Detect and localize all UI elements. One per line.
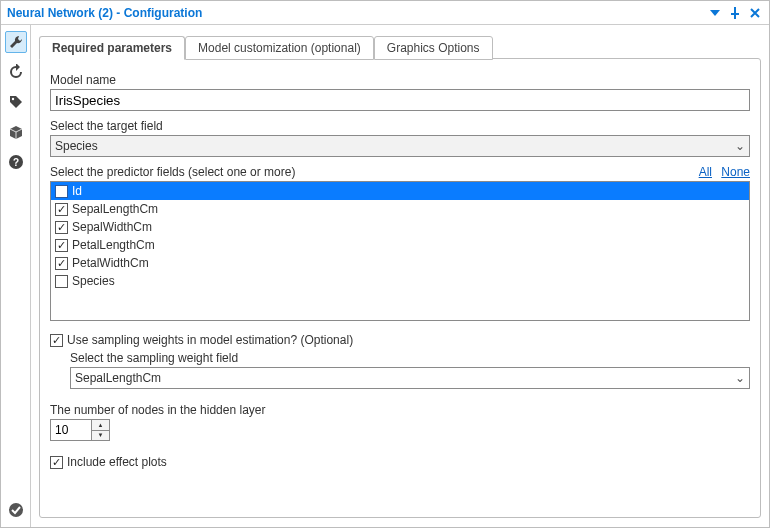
checkbox[interactable] xyxy=(55,257,68,270)
sidebar-wrench-icon[interactable] xyxy=(5,31,27,53)
checkbox[interactable] xyxy=(55,203,68,216)
checkbox[interactable] xyxy=(55,275,68,288)
list-item-label: PetalLengthCm xyxy=(72,238,155,252)
model-name-input[interactable] xyxy=(50,89,750,111)
spinner-down-icon[interactable]: ▼ xyxy=(92,431,109,441)
list-item[interactable]: Id xyxy=(51,182,749,200)
checkbox[interactable] xyxy=(55,185,68,198)
model-name-label: Model name xyxy=(50,73,750,87)
list-item[interactable]: Species xyxy=(51,272,749,290)
list-item[interactable]: PetalWidthCm xyxy=(51,254,749,272)
window-title: Neural Network (2) - Configuration xyxy=(7,6,703,20)
dropdown-icon[interactable] xyxy=(707,5,723,21)
svg-text:?: ? xyxy=(12,157,18,168)
hidden-nodes-label: The number of nodes in the hidden layer xyxy=(50,403,750,417)
sidebar-tag-icon[interactable] xyxy=(5,91,27,113)
chevron-down-icon: ⌄ xyxy=(735,371,745,385)
predictors-label: Select the predictor fields (select one … xyxy=(50,165,295,179)
sidebar-box-icon[interactable] xyxy=(5,121,27,143)
predictors-listbox[interactable]: Id SepalLengthCm SepalWidthCm PetalLengt… xyxy=(50,181,750,321)
list-item[interactable]: SepalWidthCm xyxy=(51,218,749,236)
list-item-label: PetalWidthCm xyxy=(72,256,149,270)
sampling-field-select[interactable]: SepalLengthCm ⌄ xyxy=(70,367,750,389)
tab-required-parameters[interactable]: Required parameters xyxy=(39,36,185,60)
spinner-up-icon[interactable]: ▲ xyxy=(92,420,109,431)
list-item-label: Species xyxy=(72,274,115,288)
close-icon[interactable] xyxy=(747,5,763,21)
list-item[interactable]: PetalLengthCm xyxy=(51,236,749,254)
pin-icon[interactable] xyxy=(727,5,743,21)
svg-point-4 xyxy=(9,503,23,517)
list-item-label: SepalLengthCm xyxy=(72,202,158,216)
target-field-select[interactable]: Species ⌄ xyxy=(50,135,750,157)
tab-strip: Required parameters Model customization … xyxy=(39,33,761,59)
sampling-weights-label: Use sampling weights in model estimation… xyxy=(67,333,353,347)
chevron-down-icon: ⌄ xyxy=(735,139,745,153)
effect-plots-checkbox[interactable] xyxy=(50,456,63,469)
sidebar-checkmark-icon[interactable] xyxy=(5,499,27,521)
list-item-label: Id xyxy=(72,184,82,198)
tab-model-customization[interactable]: Model customization (optional) xyxy=(185,36,374,60)
sidebar-refresh-icon[interactable] xyxy=(5,61,27,83)
sampling-field-value: SepalLengthCm xyxy=(75,371,161,385)
effect-plots-checkbox-row[interactable]: Include effect plots xyxy=(50,455,750,469)
target-field-value: Species xyxy=(55,139,98,153)
sampling-field-label: Select the sampling weight field xyxy=(70,351,750,365)
left-toolbar: ? xyxy=(1,25,31,527)
effect-plots-label: Include effect plots xyxy=(67,455,167,469)
list-item[interactable]: SepalLengthCm xyxy=(51,200,749,218)
sampling-weights-checkbox-row[interactable]: Use sampling weights in model estimation… xyxy=(50,333,750,347)
hidden-nodes-spinner[interactable]: ▲ ▼ xyxy=(50,419,110,441)
select-all-link[interactable]: All xyxy=(699,165,712,179)
sidebar-help-icon[interactable]: ? xyxy=(5,151,27,173)
list-item-label: SepalWidthCm xyxy=(72,220,152,234)
svg-marker-0 xyxy=(710,10,720,16)
target-field-label: Select the target field xyxy=(50,119,750,133)
checkbox[interactable] xyxy=(55,221,68,234)
select-none-link[interactable]: None xyxy=(721,165,750,179)
tab-page-required: Model name Select the target field Speci… xyxy=(39,58,761,518)
checkbox[interactable] xyxy=(55,239,68,252)
hidden-nodes-input[interactable] xyxy=(51,420,91,440)
svg-point-1 xyxy=(11,98,13,100)
tab-graphics-options[interactable]: Graphics Options xyxy=(374,36,493,60)
sampling-weights-checkbox[interactable] xyxy=(50,334,63,347)
